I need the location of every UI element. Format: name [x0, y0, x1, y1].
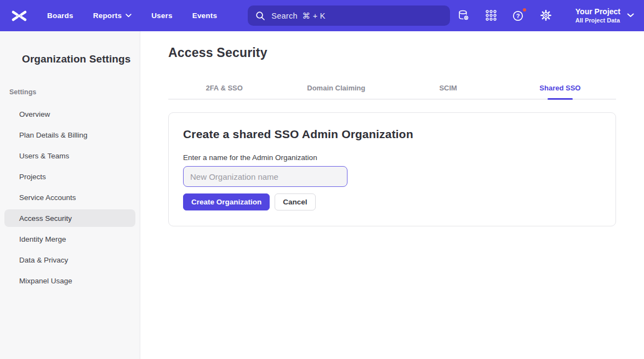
nav-item-label: Reports — [93, 12, 122, 20]
top-navigation: Boards Reports Users Events Search ⌘ + K — [0, 0, 644, 31]
data-management-icon[interactable] — [457, 9, 470, 22]
sidebar-item-overview[interactable]: Overview — [4, 105, 135, 123]
project-name: Your Project — [575, 7, 620, 17]
sidebar-item-projects[interactable]: Projects — [4, 168, 135, 185]
tab-bar: 2FA & SSO Domain Claiming SCIM Shared SS… — [168, 77, 616, 100]
chevron-down-icon — [126, 14, 132, 18]
sidebar-item-users-teams[interactable]: Users & Teams — [4, 147, 135, 164]
create-sso-org-card: Create a shared SSO Admin Organization E… — [168, 112, 616, 226]
sidebar-section-label: Settings — [4, 88, 135, 96]
nav-item-boards[interactable]: Boards — [47, 12, 73, 20]
sidebar-item-service-accounts[interactable]: Service Accounts — [4, 189, 135, 206]
project-switcher-text: Your Project All Project Data — [575, 7, 620, 25]
nav-item-users[interactable]: Users — [151, 12, 173, 20]
tab-shared-sso[interactable]: Shared SSO — [504, 77, 616, 99]
sidebar-item-plan-details-billing[interactable]: Plan Details & Billing — [4, 126, 135, 144]
sidebar-list: Overview Plan Details & Billing Users & … — [4, 105, 135, 289]
card-title: Create a shared SSO Admin Organization — [183, 128, 601, 141]
org-name-input[interactable] — [183, 166, 347, 187]
sidebar-item-mixpanel-usage[interactable]: Mixpanel Usage — [4, 272, 135, 289]
primary-nav-links: Boards Reports Users Events — [47, 12, 217, 20]
help-icon[interactable]: ? — [512, 9, 525, 22]
search-input[interactable]: Search ⌘ + K — [248, 5, 450, 26]
cancel-button[interactable]: Cancel — [275, 193, 315, 210]
search-icon — [255, 11, 265, 21]
settings-gear-icon[interactable] — [539, 9, 552, 22]
nav-item-events[interactable]: Events — [192, 12, 217, 20]
org-name-label: Enter a name for the Admin Organization — [183, 153, 601, 162]
tab-scim[interactable]: SCIM — [392, 77, 504, 99]
tab-label: SCIM — [439, 84, 457, 92]
settings-sidebar: Organization Settings Settings Overview … — [0, 31, 140, 359]
nav-item-reports[interactable]: Reports — [93, 12, 132, 20]
project-switcher[interactable]: Your Project All Project Data — [575, 7, 634, 25]
nav-item-label: Boards — [47, 12, 73, 20]
create-organization-button[interactable]: Create Organization — [183, 193, 270, 210]
main-content: Access Security 2FA & SSO Domain Claimin… — [140, 31, 644, 359]
active-tab-indicator — [548, 98, 573, 100]
chevron-down-icon — [627, 13, 634, 18]
tab-domain-claiming[interactable]: Domain Claiming — [280, 77, 392, 99]
nav-right-cluster: ? Your Proje — [457, 7, 634, 25]
nav-item-label: Events — [192, 12, 217, 20]
project-subtitle: All Project Data — [575, 16, 620, 24]
sidebar-title: Organization Settings — [4, 53, 135, 65]
sidebar-item-data-privacy[interactable]: Data & Privacy — [4, 251, 135, 269]
tab-label: Domain Claiming — [307, 84, 365, 92]
tab-2fa-sso[interactable]: 2FA & SSO — [168, 77, 280, 99]
svg-text:?: ? — [516, 13, 520, 19]
sidebar-item-identity-merge[interactable]: Identity Merge — [4, 230, 135, 248]
sidebar-item-access-security[interactable]: Access Security — [4, 209, 135, 227]
mixpanel-logo[interactable] — [10, 7, 29, 25]
search-placeholder: Search ⌘ + K — [271, 12, 326, 20]
tab-label: 2FA & SSO — [206, 84, 242, 92]
card-actions: Create Organization Cancel — [183, 193, 601, 210]
nav-item-label: Users — [151, 12, 173, 20]
page-title: Access Security — [168, 45, 616, 60]
tab-label: Shared SSO — [539, 84, 580, 92]
apps-grid-icon[interactable] — [485, 9, 498, 22]
notification-badge — [522, 7, 527, 13]
